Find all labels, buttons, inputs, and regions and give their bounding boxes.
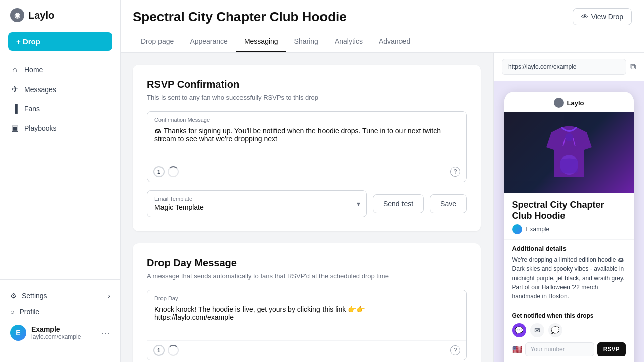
navigation-tabs: Drop page Appearance Messaging Sharing A… [133, 31, 632, 52]
drop-day-footer-left: 1 [153, 345, 179, 356]
sidebar: ◉ Laylo + Drop ⌂ Home ✈ Messages ▐ Fans … [0, 0, 121, 362]
drop-day-char-count: 1 [153, 345, 165, 356]
chat-notify-icon: 💭 [548, 323, 562, 337]
phone-logo-text: Laylo [567, 99, 584, 107]
phone-product-image [504, 112, 634, 193]
sidebar-item-playbooks-label: Playbooks [24, 124, 57, 132]
chevron-right-icon: › [108, 292, 110, 300]
drop-day-card-desc: A message that sends automatically to fa… [147, 272, 467, 280]
loading-spinner [168, 166, 179, 177]
tab-sharing[interactable]: Sharing [286, 31, 327, 52]
url-input[interactable] [502, 59, 626, 75]
sidebar-item-fans[interactable]: ▐ Fans [4, 100, 116, 118]
logo-icon: ◉ [10, 8, 24, 22]
phone-notify-icons: 💬 ✉ 💭 [512, 323, 626, 337]
new-drop-button[interactable]: + Drop [8, 32, 112, 51]
phone-rsvp-button[interactable]: RSVP [597, 342, 626, 356]
sidebar-item-home[interactable]: ⌂ Home [4, 61, 116, 79]
page-header: Spectral City Chapter Club Hoodie 👁 View… [121, 0, 644, 53]
settings-label: Settings [22, 292, 47, 300]
middle-panel: RSVP Confirmation This is sent to any fa… [121, 53, 493, 362]
settings-icon: ⚙ [10, 292, 17, 300]
flag-icon: 🇺🇸 [512, 345, 522, 354]
phone-header: Laylo [504, 92, 634, 112]
user-menu-dots[interactable]: ⋯ [101, 327, 110, 338]
phone-additional-details: Additional details We're dropping a limi… [504, 239, 634, 306]
phone-product-title: Spectral City Chapter Club Hoodie [504, 193, 634, 224]
sidebar-item-messages-label: Messages [24, 85, 56, 94]
sidebar-nav: ⌂ Home ✈ Messages ▐ Fans ▣ Playbooks [0, 61, 120, 279]
drop-day-textarea[interactable] [147, 303, 466, 338]
sms-notify-icon: 💬 [512, 323, 526, 337]
content-area: RSVP Confirmation This is sent to any fa… [121, 53, 644, 362]
rsvp-confirmation-card: RSVP Confirmation This is sent to any fa… [133, 65, 481, 231]
tab-analytics[interactable]: Analytics [327, 31, 371, 52]
sidebar-user[interactable]: E Example laylo.com/example ⋯ [6, 320, 114, 346]
view-drop-button[interactable]: 👁 View Drop [573, 8, 632, 25]
char-count: 1 [153, 166, 165, 177]
save-button[interactable]: Save [430, 194, 467, 213]
sidebar-bottom: ⚙ Settings › ○ Profile E Example laylo.c… [0, 279, 120, 354]
phone-artist-avatar [512, 224, 522, 234]
drop-day-card-title: Drop Day Message [147, 257, 467, 269]
page-title: Spectral City Chapter Club Hoodie [133, 9, 565, 25]
messages-icon: ✈ [10, 84, 19, 94]
textarea-footer-left: 1 [153, 166, 179, 177]
send-test-button[interactable]: Send test [373, 194, 424, 213]
confirmation-message-label: Confirmation Message [147, 112, 466, 125]
email-template-label: Email Template [154, 196, 359, 202]
email-template-value: Magic Template [154, 203, 204, 211]
phone-mockup-section: Laylo [494, 81, 644, 362]
logo-text: Laylo [28, 10, 54, 21]
sidebar-item-home-label: Home [24, 66, 43, 74]
user-info: Example laylo.com/example [31, 325, 96, 340]
rsvp-card-desc: This is sent to any fan who successfully… [147, 94, 467, 101]
tab-drop-page[interactable]: Drop page [133, 31, 182, 52]
rsvp-card-title: RSVP Confirmation [147, 79, 467, 90]
sidebar-item-playbooks[interactable]: ▣ Playbooks [4, 119, 116, 137]
phone-artist-row: Example [504, 224, 634, 239]
preview-panel: ⧉ Laylo [493, 53, 644, 362]
drop-day-card: Drop Day Message A message that sends au… [133, 243, 481, 362]
drop-day-help-icon[interactable]: ? [450, 345, 460, 355]
confirmation-message-wrapper: Confirmation Message 1 ? [147, 111, 467, 182]
user-avatar: E [10, 325, 26, 341]
svg-point-0 [565, 133, 573, 141]
drop-day-loading-spinner [168, 345, 179, 356]
view-drop-label: View Drop [591, 13, 623, 21]
sidebar-item-messages[interactable]: ✈ Messages [4, 80, 116, 99]
phone-number-input[interactable]: Your number [525, 342, 594, 356]
phone-logo: Laylo [554, 98, 584, 108]
tab-appearance[interactable]: Appearance [182, 31, 236, 52]
profile-icon: ○ [10, 308, 14, 316]
home-icon: ⌂ [10, 65, 19, 74]
sidebar-item-profile[interactable]: ○ Profile [6, 304, 114, 320]
drop-day-message-wrapper: Drop Day 1 ? [147, 290, 467, 360]
phone-artist-name: Example [526, 226, 550, 233]
phone-input-row: 🇺🇸 Your number RSVP [512, 342, 626, 356]
confirmation-message-textarea[interactable] [147, 125, 466, 160]
rsvp-template-row: Email Template Magic Template ▾ Send tes… [147, 190, 467, 217]
chevron-down-icon: ▾ [357, 200, 360, 208]
tab-messaging[interactable]: Messaging [236, 31, 286, 52]
hoodie-svg [541, 122, 597, 183]
url-bar-section: ⧉ [494, 53, 644, 81]
drop-day-textarea-footer: 1 ? [147, 340, 466, 360]
sidebar-item-settings[interactable]: ⚙ Settings › [6, 288, 114, 304]
phone-notify-section: Get notified when this drops 💬 ✉ 💭 🇺🇸 Yo… [504, 306, 634, 362]
phone-logo-icon [554, 98, 564, 108]
main-area: Spectral City Chapter Club Hoodie 👁 View… [121, 0, 644, 362]
app-logo: ◉ Laylo [0, 8, 120, 32]
phone-notify-title: Get notified when this drops [512, 312, 626, 319]
help-icon[interactable]: ? [450, 167, 460, 177]
email-notify-icon: ✉ [530, 323, 544, 337]
fans-icon: ▐ [10, 104, 19, 113]
user-url: laylo.com/example [31, 333, 96, 340]
user-name: Example [31, 325, 96, 333]
drop-day-label: Drop Day [147, 290, 466, 303]
tab-advanced[interactable]: Advanced [371, 31, 418, 52]
eye-icon: 👁 [581, 13, 588, 21]
phone-additional-text: We're dropping a limited edition hoodie … [512, 255, 626, 301]
copy-url-button[interactable]: ⧉ [630, 62, 636, 71]
email-template-select[interactable]: Email Template Magic Template ▾ [147, 190, 367, 217]
